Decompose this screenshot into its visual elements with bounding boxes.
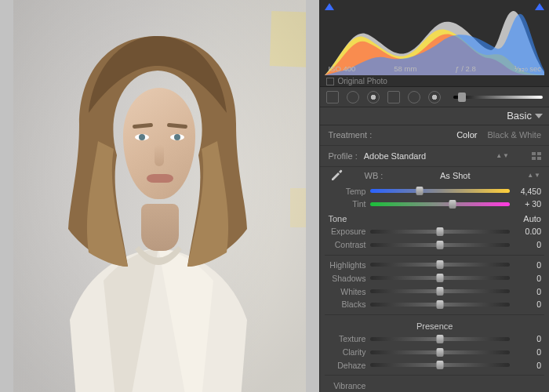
whites-slider[interactable]: Whites 0: [320, 285, 549, 298]
texture-slider[interactable]: Texture 0: [320, 332, 549, 346]
photo-viewer[interactable]: [0, 0, 319, 392]
contrast-slider[interactable]: Contrast 0: [320, 238, 549, 252]
brush-tool-icon[interactable]: [428, 91, 441, 103]
eyedropper-icon[interactable]: [328, 167, 345, 184]
wb-label: WB :: [351, 171, 383, 180]
profile-browser-icon[interactable]: [532, 152, 541, 160]
presence-header: Presence: [320, 318, 549, 332]
mask-slider[interactable]: [453, 96, 543, 99]
original-photo-toggle[interactable]: Original Photo: [326, 77, 387, 85]
profile-value[interactable]: Adobe Standard: [364, 151, 427, 161]
profile-label: Profile :: [328, 151, 357, 161]
spot-tool-icon[interactable]: [347, 91, 359, 103]
exif-shutter: ¹⁄₃₂₀ sec: [514, 64, 541, 75]
wb-row: WB : As Shot ▲▼: [320, 167, 549, 184]
gradient-tool-icon[interactable]: [387, 91, 400, 103]
tone-header: Tone Auto: [320, 211, 549, 225]
blacks-slider[interactable]: Blacks 0: [320, 298, 549, 311]
auto-button[interactable]: Auto: [523, 214, 541, 223]
tool-strip: [320, 87, 549, 107]
basic-header[interactable]: Basic: [320, 107, 549, 125]
clarity-slider[interactable]: Clarity 0: [320, 346, 549, 359]
wb-value[interactable]: As Shot: [440, 171, 471, 180]
basic-title: Basic: [507, 110, 532, 122]
shadows-slider[interactable]: Shadows 0: [320, 271, 549, 285]
exposure-slider[interactable]: Exposure 0.00: [320, 225, 549, 238]
crop-tool-icon[interactable]: [326, 91, 339, 103]
exif-iso: ISO 400: [328, 64, 355, 75]
redeye-tool-icon[interactable]: [367, 91, 380, 103]
exif-bar: ISO 400 58 mm ƒ / 2.8 ¹⁄₃₂₀ sec: [320, 64, 549, 75]
highlights-slider[interactable]: Highlights 0: [320, 258, 549, 271]
vibrance-row: Vibrance: [320, 379, 549, 392]
develop-panel: ISO 400 58 mm ƒ / 2.8 ¹⁄₃₂₀ sec Original…: [319, 0, 549, 392]
tint-slider[interactable]: Tint + 30: [320, 198, 549, 211]
radial-tool-icon[interactable]: [408, 91, 420, 103]
original-photo-label: Original Photo: [337, 77, 387, 85]
treatment-row: Treatment : Color Black & White: [320, 125, 549, 145]
treatment-color[interactable]: Color: [456, 130, 477, 140]
app-root: ISO 400 58 mm ƒ / 2.8 ¹⁄₃₂₀ sec Original…: [0, 0, 549, 392]
updown-icon[interactable]: ▲▼: [527, 172, 541, 179]
photo-canvas: [13, 0, 306, 392]
treatment-label: Treatment :: [328, 130, 372, 140]
profile-row[interactable]: Profile : Adobe Standard ▲▼: [320, 146, 549, 167]
disclosure-icon[interactable]: [535, 114, 543, 118]
temp-slider[interactable]: Temp 4,450: [320, 184, 549, 198]
exif-focal: 58 mm: [394, 64, 416, 75]
updown-icon[interactable]: ▲▼: [496, 152, 510, 159]
exif-aperture: ƒ / 2.8: [455, 64, 475, 75]
histogram[interactable]: ISO 400 58 mm ƒ / 2.8 ¹⁄₃₂₀ sec Original…: [320, 0, 549, 87]
treatment-bw[interactable]: Black & White: [488, 130, 541, 140]
checkbox-icon[interactable]: [326, 78, 334, 85]
dehaze-slider[interactable]: Dehaze 0: [320, 358, 549, 372]
